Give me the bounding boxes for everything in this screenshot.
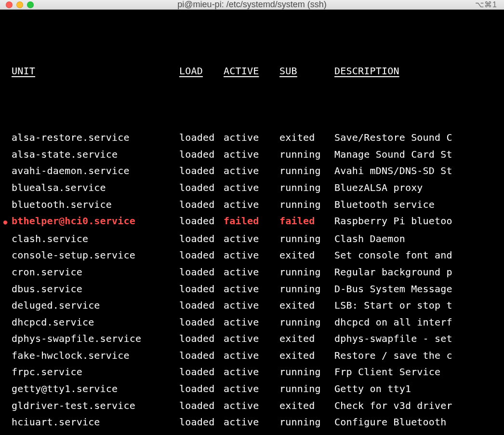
service-list: alsa-restore.serviceloadedactiveexitedSa… <box>2 129 502 435</box>
cell-active: active <box>224 196 279 213</box>
cell-load: loaded <box>179 196 224 213</box>
cell-load: loaded <box>179 129 224 146</box>
cell-desc: Check for v3d driver <box>334 397 502 414</box>
cell-unit: clash.service <box>12 231 179 247</box>
cell-active: active <box>224 146 279 163</box>
cell-unit: getty@tty1.service <box>12 381 179 397</box>
cell-sub: running <box>279 264 334 281</box>
cell-unit: ifupdown-pre.service <box>12 431 179 435</box>
cell-desc: Set console font and <box>334 247 502 264</box>
cell-desc: LSB: Start or stop t <box>334 297 502 314</box>
cell-desc: Restore / save the c <box>334 347 502 364</box>
cell-desc: Regular background p <box>334 264 502 281</box>
cell-unit: gldriver-test.service <box>12 397 179 414</box>
cell-unit: fake-hwclock.service <box>12 347 179 364</box>
cell-active: active <box>224 431 279 435</box>
cell-load: loaded <box>179 163 224 179</box>
cell-unit: cron.service <box>12 264 179 281</box>
cell-load: loaded <box>179 397 224 414</box>
cell-desc: Manage Sound Card St <box>334 146 502 163</box>
cell-desc: D-Bus System Message <box>334 281 502 298</box>
header-row: UNIT LOAD ACTIVE SUB DESCRIPTION <box>2 63 502 80</box>
col-unit: UNIT <box>12 63 179 80</box>
cell-unit: alsa-state.service <box>12 146 179 163</box>
cell-load: loaded <box>179 247 224 264</box>
cell-load: loaded <box>179 431 224 435</box>
cell-active: active <box>224 179 279 196</box>
cell-active: active <box>224 397 279 414</box>
cell-unit: hciuart.service <box>12 414 179 431</box>
cell-unit: alsa-restore.service <box>12 129 179 146</box>
cell-sub: running <box>279 163 334 179</box>
cell-active: active <box>224 281 279 298</box>
service-row: gldriver-test.serviceloadedactiveexitedC… <box>2 397 502 414</box>
cell-unit: frpc.service <box>12 364 179 381</box>
cell-active: active <box>224 347 279 364</box>
traffic-lights <box>0 1 34 8</box>
cell-load: loaded <box>179 231 224 247</box>
cell-load: loaded <box>179 414 224 431</box>
cell-load: loaded <box>179 179 224 196</box>
service-row: deluged.serviceloadedactiveexitedLSB: St… <box>2 297 502 314</box>
cell-desc: Save/Restore Sound C <box>334 129 502 146</box>
cell-desc: Helper to synchroniz <box>334 431 502 435</box>
window-titlebar: pi@mieu-pi: /etc/systemd/system (ssh) ⌥⌘… <box>0 0 504 10</box>
cell-desc: Configure Bluetooth <box>334 414 502 431</box>
cell-desc: Raspberry Pi bluetoo <box>334 213 502 230</box>
cell-unit: dhcpcd.service <box>12 314 179 331</box>
cell-unit: bthelper@hci0.service <box>12 213 179 230</box>
service-row: bthelper@hci0.serviceloadedfailedfailedR… <box>2 213 502 231</box>
cell-load: loaded <box>179 347 224 364</box>
service-row: dbus.serviceloadedactiverunningD-Bus Sys… <box>2 281 502 298</box>
service-row: cron.serviceloadedactiverunningRegular b… <box>2 264 502 281</box>
service-row: fake-hwclock.serviceloadedactiveexitedRe… <box>2 347 502 364</box>
cell-desc: dhcpcd on all interf <box>334 314 502 331</box>
cell-sub: running <box>279 231 334 247</box>
service-row: frpc.serviceloadedactiverunningFrp Clien… <box>2 364 502 381</box>
terminal-body[interactable]: UNIT LOAD ACTIVE SUB DESCRIPTION alsa-re… <box>0 10 504 435</box>
cell-sub: exited <box>279 297 334 314</box>
col-active: ACTIVE <box>224 63 279 80</box>
cell-sub: running <box>279 281 334 298</box>
cell-sub: running <box>279 314 334 331</box>
service-row: bluealsa.serviceloadedactiverunningBluez… <box>2 179 502 196</box>
cell-sub: running <box>279 146 334 163</box>
cell-sub: exited <box>279 330 334 347</box>
col-description: DESCRIPTION <box>334 63 502 80</box>
cell-desc: dphys-swapfile - set <box>334 330 502 347</box>
cell-load: loaded <box>179 314 224 331</box>
cell-desc: Clash Daemon <box>334 231 502 247</box>
cell-load: loaded <box>179 364 224 381</box>
service-row: console-setup.serviceloadedactiveexitedS… <box>2 247 502 264</box>
service-row: dphys-swapfile.serviceloadedactiveexited… <box>2 330 502 347</box>
service-row: alsa-state.serviceloadedactiverunningMan… <box>2 146 502 163</box>
service-row: bluetooth.serviceloadedactiverunningBlue… <box>2 196 502 213</box>
cell-active: active <box>224 129 279 146</box>
cell-unit: console-setup.service <box>12 247 179 264</box>
cell-load: loaded <box>179 330 224 347</box>
cell-sub: exited <box>279 397 334 414</box>
cell-unit: dphys-swapfile.service <box>12 330 179 347</box>
service-row: clash.serviceloadedactiverunningClash Da… <box>2 231 502 247</box>
cell-sub: exited <box>279 247 334 264</box>
cell-active: active <box>224 381 279 397</box>
cell-sub: failed <box>279 213 334 230</box>
cell-desc: Bluetooth service <box>334 196 502 213</box>
window-shortcut-indicator: ⌥⌘1 <box>475 0 504 9</box>
cell-active: active <box>224 414 279 431</box>
cell-unit: dbus.service <box>12 281 179 298</box>
cell-active: active <box>224 163 279 179</box>
cell-unit: bluealsa.service <box>12 179 179 196</box>
zoom-button[interactable] <box>27 1 34 8</box>
cell-sub: exited <box>279 347 334 364</box>
cell-sub: exited <box>279 431 334 435</box>
cell-load: loaded <box>179 146 224 163</box>
cell-desc: BluezALSA proxy <box>334 179 502 196</box>
close-button[interactable] <box>6 1 13 8</box>
cell-load: loaded <box>179 281 224 298</box>
window-title: pi@mieu-pi: /etc/systemd/system (ssh) <box>0 0 504 10</box>
cell-active: failed <box>224 213 279 230</box>
minimize-button[interactable] <box>16 1 23 8</box>
cell-load: loaded <box>179 213 224 230</box>
col-load: LOAD <box>179 63 224 80</box>
